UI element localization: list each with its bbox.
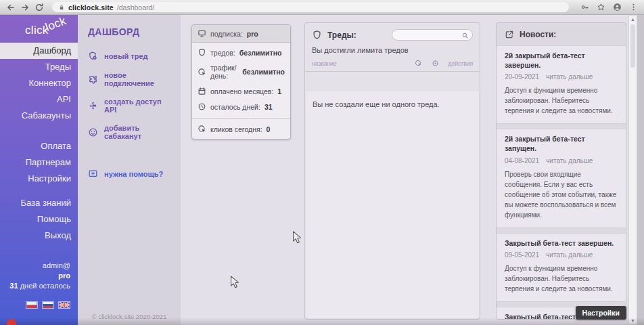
bookmark-star-icon[interactable] (597, 3, 605, 12)
new-thread-link[interactable]: новый тред (88, 51, 175, 61)
recording-dot (7, 319, 16, 325)
threads-panel: Треды: Вы достигли лимита тредов названи… (304, 22, 480, 320)
browser-chrome: clicklock.site/dashboard/ (0, 0, 644, 15)
news-title: Новости: (520, 30, 556, 39)
news-item-body: Проверь свои входящие сообщения. Если у … (505, 169, 618, 220)
news-item: 2й закрытый бета-тест завершен. 20-09-20… (497, 45, 626, 124)
language-switcher (26, 301, 70, 309)
new-connection-link[interactable]: новое подключение (88, 71, 175, 87)
dashboard-quick-menu: ДАШБОРД новый тред новое подключение соз… (78, 15, 181, 325)
sidebar-item-partners[interactable]: Партнерам (0, 154, 78, 171)
click-circle-icon (415, 60, 422, 67)
shield-plus-icon (88, 51, 98, 61)
back-icon[interactable] (6, 3, 16, 12)
calendar-icon (198, 87, 206, 95)
news-item-title: 2й закрытый бета-тест запущен. (505, 135, 618, 153)
main-area: подписка: pro тредов: безлимитно трафик/… (181, 15, 644, 325)
click-circle-icon (198, 68, 206, 77)
read-more-link[interactable]: читать дальше (546, 251, 593, 259)
scroll-up-icon[interactable]: ▲ (630, 17, 635, 22)
news-item-body: Доступ к функциям временно заблокирован.… (505, 263, 618, 294)
limit-notice: Вы достигли лимита тредов (305, 44, 480, 60)
column-name: название (312, 60, 405, 67)
add-subaccount-link[interactable]: добавить сабаканут (88, 124, 175, 140)
shield-icon (312, 30, 322, 40)
news-item: Закрытый бета-тест завершен. 09-05-2021 … (497, 233, 626, 303)
sidebar: clicklock Дашборд Треды Коннектор API Са… (0, 15, 78, 325)
news-item-title: 2й закрытый бета-тест завершен. (505, 51, 618, 70)
logo: clicklock (25, 24, 70, 37)
key-icon[interactable] (580, 3, 589, 12)
stat-traffic: трафик/день: безлимитно (192, 60, 290, 83)
news-item-date: 20-09-2021 (505, 73, 539, 81)
threads-title: Треды: (327, 30, 356, 40)
move-arrows-icon (88, 101, 98, 111)
external-link-icon (505, 30, 514, 39)
monitor-icon (198, 29, 206, 38)
kebab-menu-icon[interactable] (629, 3, 638, 12)
stat-threads: тредов: безлимитно (192, 45, 290, 60)
news-item-title: Закрытый бета-тест завершен. (505, 239, 618, 248)
page-scrollbar[interactable]: ▲ ▼ (628, 16, 637, 324)
subscription-header: подписка: pro (192, 25, 290, 43)
forward-icon[interactable] (20, 3, 30, 12)
sidebar-item-threads[interactable]: Треды (0, 59, 78, 75)
column-actions: действия (448, 60, 473, 67)
uk-flag-icon[interactable] (58, 301, 70, 309)
news-panel: Новости: 2й закрытый бета-тест завершен.… (496, 22, 626, 320)
stat-paid-months: оплачено месяцев: 1 (192, 83, 290, 99)
target-icon (432, 60, 439, 67)
history-clock-icon (198, 102, 206, 111)
search-input[interactable] (392, 32, 472, 42)
read-more-link[interactable]: читать дальше (546, 73, 593, 81)
sidebar-item-payment[interactable]: Оплата (0, 138, 78, 154)
smiley-icon (88, 127, 98, 137)
settings-button[interactable]: Настройки (576, 306, 626, 320)
sidebar-item-settings[interactable]: Настройки (0, 171, 78, 187)
sidebar-item-help[interactable]: Помощь (0, 211, 78, 228)
address-bar[interactable]: clicklock.site/dashboard/ (52, 2, 569, 12)
window-edge (637, 15, 644, 325)
sidebar-item-logout[interactable]: Выход (0, 228, 78, 244)
sidebar-item-subaccounts[interactable]: Сабакаунты (0, 108, 78, 124)
read-more-link[interactable]: читать дальше (546, 157, 593, 165)
url-host: clicklock.site (68, 3, 114, 12)
account-email: admin@ (9, 261, 70, 271)
sidebar-menu: Дашборд Треды Коннектор API Сабакаунты О… (0, 43, 78, 244)
threads-empty-state: Вы не создали еще ни одного треда. (306, 91, 479, 318)
url-path: /dashboard/ (117, 3, 154, 12)
profile-avatar-icon[interactable] (613, 3, 622, 12)
threads-table-header: название действия (305, 60, 480, 72)
search-icon[interactable] (461, 32, 469, 39)
stat-clicks-today: кликов сегодня: 0 (192, 121, 290, 139)
russia-flag-icon[interactable] (42, 301, 54, 309)
stat-days-left: осталось дней: 31 (192, 99, 290, 114)
subscription-card: подписка: pro тредов: безлимитно трафик/… (191, 24, 291, 139)
lock-icon (58, 4, 65, 11)
sidebar-item-api[interactable]: API (0, 91, 78, 108)
create-api-access-link[interactable]: создать доступ API (88, 98, 175, 114)
news-item-date: 09-05-2021 (505, 251, 539, 259)
scrollbar-thumb[interactable] (630, 24, 635, 68)
news-item-date: 04-08-2021 (505, 157, 539, 165)
app-root: clicklock Дашборд Треды Коннектор API Са… (0, 15, 644, 325)
page-title: ДАШБОРД (88, 26, 175, 37)
sidebar-item-connector[interactable]: Коннектор (0, 75, 78, 91)
reload-icon[interactable] (34, 3, 44, 12)
need-help-link[interactable]: нужна помощь? (88, 169, 175, 179)
puzzle-icon (88, 74, 98, 85)
poland-flag-icon[interactable] (26, 301, 38, 309)
account-days-left: 31 дней осталось (9, 281, 70, 291)
plan-value: pro (247, 30, 258, 38)
scroll-down-icon[interactable]: ▼ (630, 318, 635, 323)
news-item: 2й закрытый бета-тест запущен. 04-08-202… (497, 129, 626, 228)
threads-search (392, 29, 473, 41)
sidebar-item-dashboard[interactable]: Дашборд (0, 43, 78, 59)
sidebar-item-knowledge-base[interactable]: База знаний (0, 195, 78, 211)
account-plan: pro (9, 271, 70, 281)
account-info: admin@ pro 31 дней осталось (9, 261, 70, 291)
news-item-body: Доступ к функциям временно заблокирован.… (505, 85, 618, 116)
copyright: © clicklock.site 2020-2021 (78, 313, 181, 320)
click-circle-icon (198, 125, 206, 133)
shield-icon (198, 48, 206, 57)
